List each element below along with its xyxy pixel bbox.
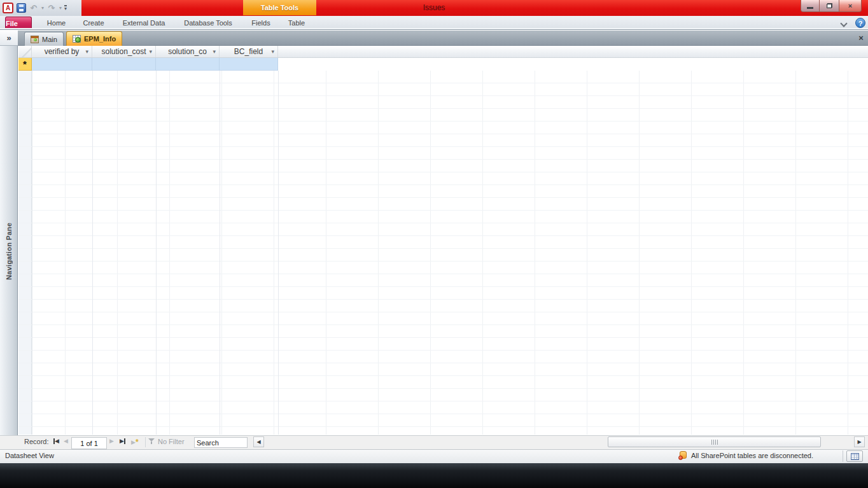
- redo-dropdown-icon[interactable]: ▾: [59, 5, 62, 11]
- close-button[interactable]: ×: [839, 0, 862, 12]
- undo-button[interactable]: ↶: [29, 3, 39, 13]
- record-nav-label: Record:: [24, 438, 49, 445]
- sharepoint-disconnected-icon: [678, 451, 687, 460]
- taskbar: A DE ▲ 23:20 27.06.2015: [0, 463, 868, 488]
- window-title: Issues: [423, 0, 445, 15]
- context-tab-group-header: Table Tools: [243, 0, 316, 15]
- datasheet-view-icon: [851, 453, 859, 460]
- document-tab-bar: [18, 31, 868, 46]
- navigation-pane-label: Navigation Pane: [0, 210, 18, 293]
- datasheet-grid[interactable]: [18, 71, 868, 435]
- column-header-filler: [278, 46, 868, 57]
- expand-navigation-pane-button[interactable]: »: [0, 31, 18, 46]
- ribbon-options-chevron-icon[interactable]: [841, 21, 846, 26]
- new-record-button[interactable]: ▶*: [131, 438, 139, 447]
- access-app-icon[interactable]: A: [3, 3, 13, 13]
- column-gridline: [220, 71, 220, 435]
- doc-tab-main[interactable]: Main: [24, 32, 64, 46]
- filter-icon: [148, 438, 155, 445]
- datasheet-icon: [73, 35, 81, 43]
- column-gridline: [156, 71, 157, 435]
- column-gridline: [32, 71, 32, 435]
- restore-icon: [827, 3, 832, 8]
- customize-qat-button[interactable]: ▾: [64, 5, 67, 11]
- doc-tab-epm-info[interactable]: EPM_Info: [66, 31, 122, 46]
- record-nav-separator: [145, 437, 146, 447]
- new-record-cell[interactable]: [32, 58, 92, 71]
- hscroll-right-button[interactable]: ▶: [854, 436, 865, 447]
- save-icon: [17, 3, 26, 13]
- hscroll-thumb[interactable]: [608, 436, 821, 447]
- column-gridline: [278, 71, 279, 435]
- doc-tab-main-label: Main: [42, 36, 57, 43]
- view-status-label: Datasheet View: [5, 452, 54, 459]
- new-record-row[interactable]: [32, 58, 278, 71]
- restore-button[interactable]: [820, 0, 839, 12]
- new-record-cell[interactable]: [220, 58, 278, 71]
- new-record-cell[interactable]: [92, 58, 156, 71]
- sort-filter-dropdown-icon[interactable]: ▾: [213, 48, 216, 55]
- redo-button[interactable]: ↷: [46, 3, 57, 13]
- new-record-selector[interactable]: *: [18, 58, 32, 71]
- column-header-verified-by[interactable]: verified by▾: [32, 46, 92, 57]
- column-header-bc-field[interactable]: BC_field▾: [220, 46, 278, 57]
- search-input[interactable]: [194, 437, 248, 448]
- sort-filter-dropdown-icon[interactable]: ▾: [271, 48, 274, 55]
- status-separator: [843, 450, 843, 462]
- first-record-button[interactable]: ◀: [53, 438, 59, 444]
- record-selector-header[interactable]: [18, 46, 32, 57]
- hscroll-left-button[interactable]: ◀: [253, 436, 264, 447]
- quick-access-toolbar: A ↶▾ ↷▾ ▾: [0, 0, 81, 16]
- title-bar: Issues Table Tools ×: [0, 0, 868, 16]
- column-gridline: [92, 71, 93, 435]
- access-window: Issues Table Tools × A ↶▾ ↷▾ ▾ File Home…: [0, 0, 868, 488]
- doc-tab-epm-info-label: EPM_Info: [84, 35, 116, 43]
- sharepoint-status-message: All SharePoint tables are disconnected.: [691, 452, 813, 459]
- undo-dropdown-icon[interactable]: ▾: [41, 5, 44, 11]
- ribbon-bottom-edge: [0, 28, 868, 30]
- save-button[interactable]: [16, 3, 26, 13]
- previous-record-button[interactable]: ◀: [64, 438, 68, 444]
- datasheet-view-button[interactable]: [846, 450, 863, 462]
- sort-filter-dropdown-icon[interactable]: ▾: [85, 48, 88, 55]
- help-button[interactable]: ?: [855, 18, 865, 28]
- current-record-box[interactable]: [71, 437, 107, 449]
- close-document-icon[interactable]: ×: [857, 34, 865, 43]
- filter-toggle-button[interactable]: No Filter: [158, 438, 185, 445]
- minimize-button[interactable]: [801, 0, 820, 12]
- column-header-solution-co[interactable]: solution_co▾: [156, 46, 220, 57]
- last-record-button[interactable]: ▶: [120, 438, 125, 444]
- new-record-cell[interactable]: [156, 58, 220, 71]
- column-header-solution-cost[interactable]: solution_cost▾: [92, 46, 156, 57]
- minimize-icon: [807, 7, 813, 9]
- form-icon: [31, 36, 39, 43]
- sort-filter-dropdown-icon[interactable]: ▾: [149, 48, 152, 55]
- column-header-row: verified by▾ solution_cost▾ solution_co▾…: [18, 46, 868, 58]
- next-record-button[interactable]: ▶: [109, 438, 114, 444]
